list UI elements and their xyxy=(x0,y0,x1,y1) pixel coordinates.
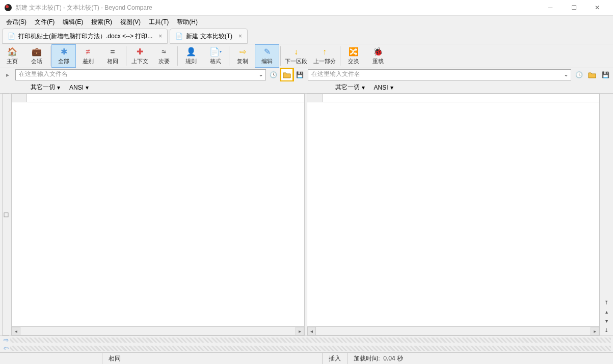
toolbar-icon: 👤 xyxy=(186,47,196,57)
menu-item[interactable]: 会话(S) xyxy=(2,16,31,29)
session-tab[interactable]: 📄打印机贴士(新增电脑打印方法）.docx <--> 打印...× xyxy=(2,29,168,44)
left-content[interactable] xyxy=(12,102,304,326)
save-left-button[interactable]: 💾 xyxy=(295,69,306,80)
tab-close-icon[interactable]: × xyxy=(238,33,242,40)
menu-item[interactable]: 编辑(E) xyxy=(59,16,87,29)
nav-down-bottom-icon[interactable]: ⤓ xyxy=(603,326,610,333)
save-right-button[interactable]: 💾 xyxy=(600,69,611,80)
toolbar-上下文-button[interactable]: ✚上下文 xyxy=(127,44,152,68)
toolbar-label: 上下文 xyxy=(131,58,148,65)
toolbar-icon: 🏠 xyxy=(8,47,17,57)
toolbar-格式-button[interactable]: 📄▾格式 xyxy=(203,44,228,68)
right-file-input[interactable]: 在这里输入文件名 ⌄ xyxy=(308,69,572,80)
toolbar-复制-button[interactable]: ⇨复制 xyxy=(230,44,255,68)
left-gutter xyxy=(12,94,304,102)
left-file-input[interactable]: 在这里输入文件名 ⌄ xyxy=(15,69,266,80)
title-bar: 新建 文本比较(T) - 文本比较(T) - Beyond Compare ─ … xyxy=(0,0,613,15)
toolbar-重载-button[interactable]: 🐞重载 xyxy=(366,44,390,68)
nav-up-icon[interactable]: ▴ xyxy=(603,308,610,315)
toolbar-icon: ✱ xyxy=(59,47,68,57)
right-hscroll[interactable]: ◂ ▸ xyxy=(307,326,600,335)
status-same: 相同 xyxy=(102,353,127,364)
left-hscroll[interactable]: ◂ ▸ xyxy=(12,326,304,335)
toolbar-编辑-button[interactable]: ✎编辑 xyxy=(255,44,279,68)
dropdown-icon[interactable]: ⌄ xyxy=(258,71,263,78)
toolbar-label: 主页 xyxy=(7,58,18,65)
toolbar-全部-button[interactable]: ✱全部 xyxy=(51,44,76,68)
svg-point-1 xyxy=(6,5,9,8)
maximize-button[interactable]: ☐ xyxy=(562,0,585,15)
merge-track-left xyxy=(10,346,611,351)
toolbar-icon: ⇨ xyxy=(238,47,247,57)
right-filter-dropdown[interactable]: 其它一切▾ xyxy=(332,82,368,93)
toolbar-下一区段-button[interactable]: ↓下一区段 xyxy=(282,44,310,68)
status-bar: 相同 插入 加载时间: 0.04 秒 xyxy=(0,353,613,364)
toolbar-label: 相同 xyxy=(107,58,118,65)
toolbar-主页-button[interactable]: 🏠主页 xyxy=(0,44,24,68)
open-right-button[interactable] xyxy=(587,69,598,80)
bottom-nav: ⇨ ⇦ xyxy=(0,335,613,353)
toolbar-上一部分-button[interactable]: ↑上一部分 xyxy=(310,44,339,68)
chevron-down-icon: ▾ xyxy=(390,84,393,91)
tab-label: 新建 文本比较(T) xyxy=(186,32,232,41)
chevron-down-icon: ▾ xyxy=(362,84,365,91)
tab-doc-icon: 📄 xyxy=(175,33,183,40)
open-left-button[interactable] xyxy=(281,69,292,80)
history-right-icon[interactable]: 🕓 xyxy=(573,69,584,80)
merge-right-icon[interactable]: ⇨ xyxy=(2,336,10,344)
status-mode: 插入 xyxy=(322,353,347,364)
toolbar-差别-button[interactable]: ≠差别 xyxy=(76,44,100,68)
merge-track-right xyxy=(10,338,611,343)
scroll-right-icon[interactable]: ▸ xyxy=(591,327,599,335)
expand-left-icon[interactable]: ▸ xyxy=(2,69,13,80)
right-content[interactable] xyxy=(307,102,600,326)
svg-rect-2 xyxy=(4,213,8,217)
toolbar: 🏠主页💼会话✱全部≠差别=相同✚上下文≈次要👤规则📄▾格式⇨复制✎编辑↓下一区段… xyxy=(0,44,613,68)
toolbar-次要-button[interactable]: ≈次要 xyxy=(152,44,176,68)
toolbar-label: 编辑 xyxy=(261,58,273,65)
history-left-icon[interactable]: 🕓 xyxy=(268,69,279,80)
left-encoding-dropdown[interactable]: ANSI▾ xyxy=(66,83,92,92)
scroll-right-icon[interactable]: ▸ xyxy=(296,327,304,335)
side-nav-buttons: ⤒ ▴ ▾ ⤓ xyxy=(602,94,611,335)
toolbar-icon: ✎ xyxy=(262,47,272,57)
menu-item[interactable]: 视图(V) xyxy=(116,16,145,29)
filter-row: 其它一切▾ ANSI▾ 其它一切▾ ANSI▾ xyxy=(0,81,613,94)
dropdown-icon[interactable]: ⌄ xyxy=(564,71,569,78)
minimize-button[interactable]: ─ xyxy=(539,0,562,15)
toolbar-icon: 🐞 xyxy=(374,47,383,57)
nav-up-top-icon[interactable]: ⤒ xyxy=(603,299,610,306)
toolbar-label: 次要 xyxy=(158,58,170,65)
session-tab[interactable]: 📄新建 文本比较(T)× xyxy=(170,29,248,44)
nav-down-icon[interactable]: ▾ xyxy=(603,317,610,324)
toolbar-label: 规则 xyxy=(185,58,197,65)
toolbar-相同-button[interactable]: =相同 xyxy=(100,44,125,68)
toolbar-label: 交换 xyxy=(348,58,359,65)
status-load: 加载时间: 0.04 秒 xyxy=(347,353,409,364)
menu-item[interactable]: 帮助(H) xyxy=(173,16,202,29)
menu-item[interactable]: 文件(F) xyxy=(31,16,59,29)
tab-close-icon[interactable]: × xyxy=(158,33,162,40)
toolbar-label: 全部 xyxy=(58,58,69,65)
toolbar-交换-button[interactable]: 🔀交换 xyxy=(341,44,366,68)
right-gutter xyxy=(307,94,600,102)
app-icon xyxy=(4,4,12,12)
left-pane: ◂ ▸ xyxy=(11,94,305,335)
menu-item[interactable]: 工具(T) xyxy=(145,16,173,29)
left-filter-dropdown[interactable]: 其它一切▾ xyxy=(28,82,63,93)
toolbar-icon: ↑ xyxy=(320,47,329,57)
toolbar-会话-button[interactable]: 💼会话 xyxy=(24,44,49,68)
close-button[interactable]: ✕ xyxy=(585,0,609,15)
scroll-left-icon[interactable]: ◂ xyxy=(307,327,316,335)
toolbar-icon: 💼 xyxy=(32,47,41,57)
left-overview-strip[interactable] xyxy=(2,94,9,335)
toolbar-label: 格式 xyxy=(210,58,221,65)
right-encoding-dropdown[interactable]: ANSI▾ xyxy=(371,83,396,92)
toolbar-icon: = xyxy=(108,47,117,57)
toolbar-规则-button[interactable]: 👤规则 xyxy=(179,44,203,68)
scroll-left-icon[interactable]: ◂ xyxy=(12,327,20,335)
menu-item[interactable]: 搜索(R) xyxy=(87,16,116,29)
merge-left-icon[interactable]: ⇦ xyxy=(2,344,10,352)
menu-bar: 会话(S)文件(F)编辑(E)搜索(R)视图(V)工具(T)帮助(H) xyxy=(0,15,613,29)
chevron-down-icon: ▾ xyxy=(57,84,60,91)
